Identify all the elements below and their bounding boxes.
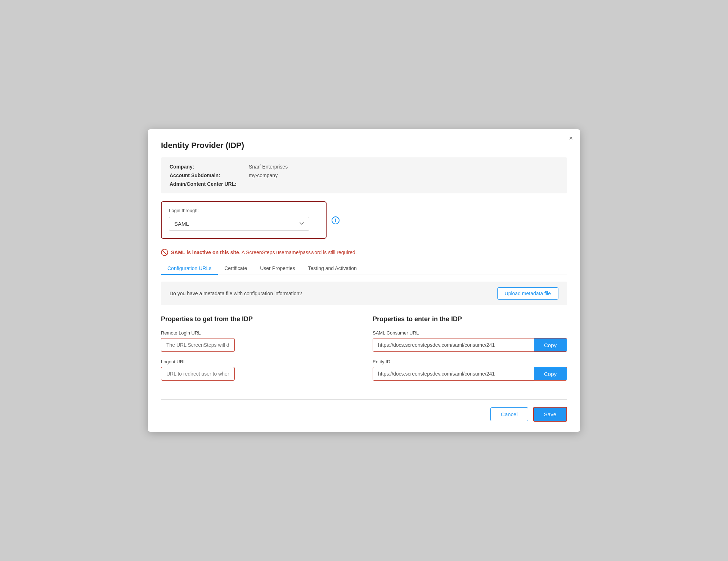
subdomain-value: my-company [249, 172, 278, 178]
company-row: Company: Snarf Enterprises [170, 164, 558, 170]
svg-line-1 [162, 250, 167, 255]
metadata-bar: Do you have a metadata file with configu… [161, 282, 567, 305]
tab-testing-activation[interactable]: Testing and Activation [301, 262, 363, 275]
company-info-section: Company: Snarf Enterprises Account Subdo… [161, 157, 567, 193]
login-through-section: Login through: SAML ScreenSteps Other [161, 201, 327, 239]
entity-id-label: Entity ID [373, 359, 567, 364]
saml-consumer-url-field-row: Copy [373, 338, 567, 352]
footer-divider [161, 399, 567, 400]
warning-normal: . A ScreenSteps username/password is sti… [239, 250, 357, 255]
left-col-title: Properties to get from the IDP [161, 315, 355, 323]
tab-certificate[interactable]: Certificate [218, 262, 253, 275]
left-column: Properties to get from the IDP Remote Lo… [161, 315, 355, 388]
remote-login-url-label: Remote Login URL [161, 330, 355, 336]
login-through-label: Login through: [169, 208, 319, 213]
entity-id-input[interactable] [373, 367, 534, 380]
cancel-button[interactable]: Cancel [490, 407, 528, 421]
logout-url-group: Logout URL [161, 359, 355, 381]
saml-warning: SAML is inactive on this site. A ScreenS… [161, 249, 567, 256]
modal-title: Identity Provider (IDP) [161, 141, 567, 150]
warning-bold: SAML is inactive on this site [171, 250, 239, 255]
entity-id-field-row: Copy [373, 367, 567, 381]
remote-login-url-group: Remote Login URL [161, 330, 355, 352]
company-label: Company: [170, 164, 249, 170]
properties-grid: Properties to get from the IDP Remote Lo… [161, 315, 567, 388]
warning-text: SAML is inactive on this site. A ScreenS… [171, 250, 357, 255]
tab-configuration-urls[interactable]: Configuration URLs [161, 262, 218, 275]
subdomain-row: Account Subdomain: my-company [170, 172, 558, 178]
warning-circle-icon [161, 249, 168, 256]
right-col-title: Properties to enter in the IDP [373, 315, 567, 323]
saml-consumer-url-label: SAML Consumer URL [373, 330, 567, 336]
modal-footer: Cancel Save [161, 407, 567, 422]
tabs-bar: Configuration URLs Certificate User Prop… [161, 262, 567, 275]
logout-url-input[interactable] [161, 367, 235, 381]
saml-consumer-url-group: SAML Consumer URL Copy [373, 330, 567, 352]
metadata-text: Do you have a metadata file with configu… [170, 291, 302, 296]
info-icon[interactable]: i [332, 216, 340, 224]
remote-login-url-input[interactable] [161, 338, 235, 352]
entity-id-copy-button[interactable]: Copy [534, 367, 567, 380]
admin-url-row: Admin/Content Center URL: [170, 181, 558, 187]
saml-consumer-copy-button[interactable]: Copy [534, 338, 567, 351]
modal-container: × Identity Provider (IDP) Company: Snarf… [148, 129, 580, 432]
upload-metadata-button[interactable]: Upload metadata file [497, 287, 558, 300]
subdomain-label: Account Subdomain: [170, 172, 249, 178]
admin-url-label: Admin/Content Center URL: [170, 181, 249, 187]
tab-user-properties[interactable]: User Properties [253, 262, 301, 275]
logout-url-label: Logout URL [161, 359, 355, 364]
right-column: Properties to enter in the IDP SAML Cons… [373, 315, 567, 388]
close-button[interactable]: × [569, 135, 573, 142]
company-value: Snarf Enterprises [249, 164, 288, 170]
saml-consumer-url-input[interactable] [373, 338, 534, 351]
entity-id-group: Entity ID Copy [373, 359, 567, 381]
login-through-select[interactable]: SAML ScreenSteps Other [169, 217, 309, 231]
save-button[interactable]: Save [533, 407, 567, 422]
